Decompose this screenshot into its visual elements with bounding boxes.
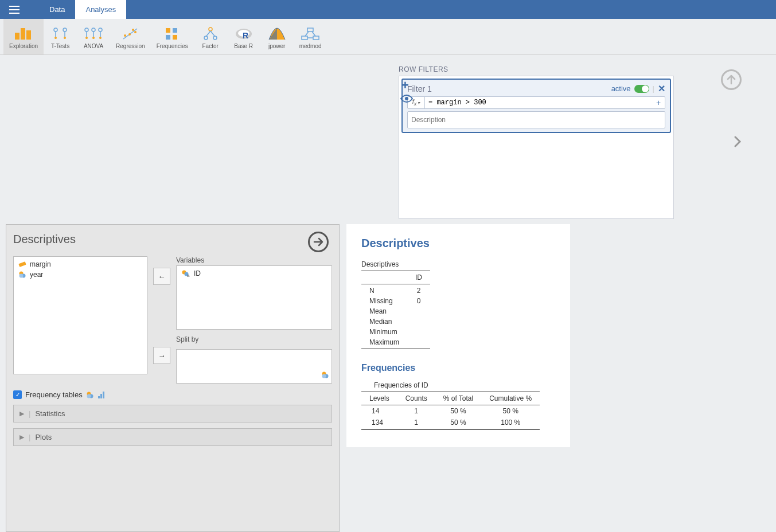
stat-value bbox=[407, 337, 430, 349]
svg-rect-24 bbox=[173, 28, 177, 33]
collapse-right-icon[interactable] bbox=[734, 135, 742, 150]
analysis-split: Descriptives margin year ← → bbox=[0, 224, 776, 532]
plots-label: Plots bbox=[35, 433, 52, 441]
ribbon-ttests[interactable]: T-Tests bbox=[44, 19, 77, 54]
svg-point-3 bbox=[54, 28, 57, 32]
ribbon-anova[interactable]: ANOVA bbox=[77, 19, 110, 54]
ribbon-factor[interactable]: Factor bbox=[194, 19, 227, 54]
results-card: Descriptives Descriptives ID N2 Missing0… bbox=[346, 224, 570, 447]
frequencies-table: Levels Counts % of Total Cumulative % 14… bbox=[361, 392, 540, 430]
ribbon-regression-label: Regression bbox=[116, 43, 145, 49]
frequencies-table-title: Frequencies of ID bbox=[374, 381, 555, 389]
svg-rect-56 bbox=[100, 394, 102, 398]
svg-point-19 bbox=[124, 34, 126, 37]
add-condition-icon[interactable]: + bbox=[652, 97, 665, 108]
factor-icon bbox=[202, 25, 219, 43]
svg-rect-36 bbox=[302, 36, 307, 40]
regression-icon bbox=[122, 25, 139, 43]
ribbon-exploration-label: Exploration bbox=[9, 43, 38, 49]
collapse-options-icon[interactable] bbox=[308, 232, 329, 252]
tab-data[interactable]: Data bbox=[39, 0, 75, 19]
ribbon-frequencies-label: Frequencies bbox=[157, 43, 188, 49]
ribbon-regression[interactable]: Regression bbox=[110, 19, 151, 54]
svg-rect-35 bbox=[307, 28, 313, 32]
move-to-variables-button[interactable]: ← bbox=[153, 268, 170, 285]
descriptives-table-title: Descriptives bbox=[361, 260, 555, 268]
stat-value bbox=[407, 306, 430, 316]
analysis-ribbon: Exploration T-Tests ANOVA Regression Fre… bbox=[0, 19, 776, 55]
svg-point-27 bbox=[209, 28, 212, 31]
freq-cum: 100 % bbox=[481, 417, 540, 430]
plots-accordion[interactable]: ▶ | Plots bbox=[13, 428, 332, 446]
eye-icon[interactable] bbox=[400, 94, 413, 105]
ribbon-frequencies[interactable]: Frequencies bbox=[151, 19, 194, 54]
filter-active-toggle[interactable] bbox=[634, 85, 649, 93]
filter-formula-input[interactable] bbox=[425, 97, 652, 108]
move-to-splitby-button[interactable]: → bbox=[153, 347, 170, 364]
medmod-icon bbox=[301, 25, 320, 43]
anova-icon bbox=[83, 25, 104, 43]
filter-panel: Filter 1 active | ✕ fx▾ + bbox=[399, 76, 674, 219]
freq-cum: 50 % bbox=[481, 405, 540, 417]
statistics-accordion[interactable]: ▶ | Statistics bbox=[13, 405, 332, 423]
filter-description-input[interactable] bbox=[407, 111, 665, 128]
tab-analyses[interactable]: Analyses bbox=[75, 0, 126, 19]
frequency-tables-checkbox[interactable]: ✓ bbox=[13, 390, 22, 399]
stat-value bbox=[407, 327, 430, 337]
svg-point-45 bbox=[20, 274, 24, 278]
svg-point-4 bbox=[63, 28, 67, 32]
svg-point-54 bbox=[87, 394, 91, 398]
close-filter-icon[interactable]: ✕ bbox=[658, 83, 665, 94]
source-variable-list[interactable]: margin year bbox=[13, 256, 147, 374]
freq-level: 14 bbox=[361, 405, 397, 417]
stat-label: Minimum bbox=[361, 327, 407, 337]
ribbon-base-r[interactable]: R Base R bbox=[227, 19, 260, 54]
ribbon-exploration[interactable]: Exploration bbox=[3, 19, 44, 54]
stat-value bbox=[407, 316, 430, 327]
separator: | bbox=[653, 84, 654, 93]
svg-point-15 bbox=[85, 37, 88, 39]
exploration-icon bbox=[14, 25, 33, 43]
options-title: Descriptives bbox=[13, 233, 332, 246]
stat-label: N bbox=[361, 284, 407, 296]
stat-label: Median bbox=[361, 316, 407, 327]
source-var-year[interactable]: year bbox=[16, 269, 145, 280]
chevron-right-icon: ▶ bbox=[20, 410, 24, 417]
ribbon-ttests-label: T-Tests bbox=[51, 43, 69, 49]
svg-rect-57 bbox=[103, 392, 104, 398]
svg-rect-23 bbox=[166, 28, 170, 33]
ribbon-base-r-label: Base R bbox=[234, 43, 253, 49]
freq-pct: 50 % bbox=[435, 405, 481, 417]
stat-label: Mean bbox=[361, 306, 407, 316]
filter-active-label: active bbox=[611, 84, 631, 93]
nominal-icon bbox=[18, 271, 26, 279]
source-var-margin[interactable]: margin bbox=[16, 259, 145, 269]
freq-level: 134 bbox=[361, 417, 397, 430]
freq-count: 1 bbox=[397, 405, 435, 417]
svg-point-11 bbox=[99, 28, 102, 32]
chevron-right-icon: ▶ bbox=[20, 433, 24, 441]
descriptives-table: ID N2 Missing0 Mean Median Minimum Maxim… bbox=[361, 271, 430, 349]
nominal-permitted-icon bbox=[321, 371, 329, 381]
ribbon-jpower[interactable]: jpower bbox=[260, 19, 294, 54]
menu-icon[interactable] bbox=[0, 0, 29, 19]
variables-label: Variables bbox=[176, 256, 332, 264]
ribbon-medmod-label: medmod bbox=[299, 43, 322, 49]
frequency-tables-row: ✓ Frequency tables bbox=[13, 390, 332, 399]
options-panel: Descriptives margin year ← → bbox=[6, 224, 340, 532]
splitby-target-list[interactable] bbox=[176, 349, 332, 384]
scroll-up-icon[interactable] bbox=[721, 69, 742, 90]
ribbon-medmod[interactable]: medmod bbox=[294, 19, 327, 54]
ribbon-anova-label: ANOVA bbox=[84, 43, 103, 49]
freq-count: 1 bbox=[397, 417, 435, 430]
stat-label: Missing bbox=[361, 296, 407, 306]
target-var-id[interactable]: a ID bbox=[179, 268, 329, 279]
variables-target-list[interactable]: a ID bbox=[176, 265, 332, 330]
continuous-icon bbox=[18, 260, 26, 268]
row-filters-title: ROW FILTERS bbox=[399, 65, 674, 73]
nominal-icon bbox=[86, 391, 94, 399]
statistics-label: Statistics bbox=[35, 409, 65, 418]
svg-text:a: a bbox=[187, 273, 190, 277]
add-filter-icon[interactable]: + bbox=[401, 78, 409, 93]
svg-rect-1 bbox=[21, 28, 25, 40]
